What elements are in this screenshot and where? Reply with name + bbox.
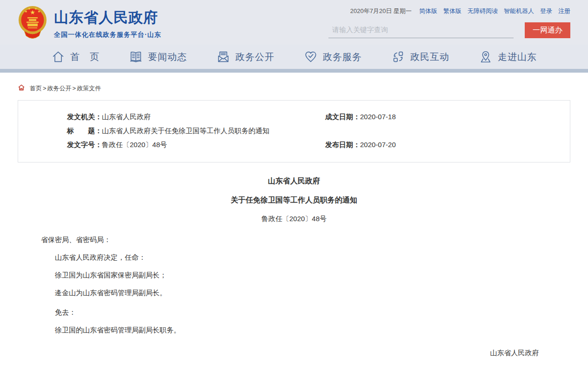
heart-icon (304, 50, 318, 64)
site-header: ★ ★ ★ ★ ★ 山东省人民政府 全国一体化在线政务服务平台·山东 2020年… (0, 0, 588, 45)
link-accessibility[interactable]: 无障碍阅读 (468, 7, 498, 15)
breadcrumb-item-policy-files[interactable]: 政策文件 (77, 84, 101, 93)
one-net-service-button[interactable]: 一网通办 (525, 22, 570, 38)
national-emblem-logo: ★ ★ ★ ★ ★ (18, 5, 47, 42)
map-pin-icon (479, 50, 493, 64)
paragraph: 免去： (41, 308, 570, 317)
breadcrumb-separator: > (73, 85, 76, 92)
nav-label: 走进山东 (498, 51, 537, 63)
main-nav: 首 页 要闻动态 政务公开 政务服务 政民互动 (0, 45, 588, 69)
svg-text:★: ★ (28, 7, 31, 10)
breadcrumb-home-icon[interactable] (18, 84, 25, 93)
link-traditional-chinese[interactable]: 繁体版 (443, 7, 461, 15)
search-bar: 一网通办 (328, 22, 570, 38)
svg-text:★: ★ (34, 7, 37, 10)
document-title-line1: 山东省人民政府 (18, 176, 570, 186)
nav-label: 政务公开 (235, 51, 274, 63)
nav-label: 政民互动 (410, 51, 449, 63)
document-number: 鲁政任〔2020〕48号 (18, 215, 570, 223)
breadcrumb: 首页 > 政务公开 > 政策文件 (18, 84, 570, 93)
document-title-line2: 关于任免徐卫国等工作人员职务的通知 (18, 196, 570, 205)
paragraph: 徐卫国的山东省密码管理局副局长职务。 (41, 326, 570, 335)
meta-written-date: 成文日期：2020-07-18 (294, 110, 570, 124)
site-subtitle: 全国一体化在线政务服务平台·山东 (54, 31, 161, 39)
nav-item-gov-disclosure[interactable]: 政务公开 (216, 50, 274, 64)
header-utilities: 2020年7月20日 星期一 简体版 繁体版 无障碍阅读 智能机器人 登录 注册… (328, 0, 570, 45)
paragraph: 逄金山为山东省密码管理局副局长。 (41, 289, 570, 297)
document-body: 山东省人民政府 关于任免徐卫国等工作人员职务的通知 鲁政任〔2020〕48号 省… (18, 176, 570, 365)
document-meta-box: 发文机关：山东省人民政府 标 题：山东省人民政府关于任免徐卫国等工作人员职务的通… (18, 100, 570, 162)
link-simplified-chinese[interactable]: 简体版 (419, 7, 437, 15)
svg-text:★: ★ (38, 10, 40, 13)
home-icon (51, 50, 65, 64)
current-date: 2020年7月20日 星期一 (350, 7, 412, 15)
meta-spacer (294, 124, 570, 138)
book-icon (129, 50, 143, 64)
exchange-icon (391, 50, 405, 64)
breadcrumb-item-home[interactable]: 首页 (30, 84, 42, 93)
nav-item-news[interactable]: 要闻动态 (129, 50, 187, 64)
search-input[interactable] (328, 22, 514, 38)
site-title: 山东省人民政府 (54, 8, 161, 27)
svg-text:★: ★ (25, 10, 27, 13)
breadcrumb-item-gov-disclosure[interactable]: 政务公开 (47, 84, 72, 93)
signature-agency: 山东省人民政府 (459, 345, 570, 361)
nav-item-home[interactable]: 首 页 (51, 50, 100, 64)
signature-block: 山东省人民政府 2020年7月18日 （此件公开发布） (459, 345, 570, 365)
meta-issuing-agency: 发文机关：山东省人民政府 (18, 110, 294, 124)
nav-label: 要闻动态 (148, 51, 187, 63)
salutation: 省保密局、省密码局： (41, 236, 570, 244)
link-register[interactable]: 注册 (558, 7, 570, 15)
paragraph: 山东省人民政府决定，任命： (41, 253, 570, 262)
nav-item-public-interaction[interactable]: 政民互动 (391, 50, 449, 64)
signature-date: 2020年7月18日 (459, 361, 570, 365)
meta-doc-number: 发文字号：鲁政任〔2020〕48号 (18, 138, 294, 152)
meta-publish-date: 发布日期：2020-07-20 (294, 138, 570, 152)
site-branding: ★ ★ ★ ★ ★ 山东省人民政府 全国一体化在线政务服务平台·山东 (18, 0, 161, 45)
nav-item-gov-services[interactable]: 政务服务 (304, 50, 362, 64)
paragraph: 徐卫国为山东省国家保密局副局长； (41, 271, 570, 280)
link-smart-robot[interactable]: 智能机器人 (504, 7, 534, 15)
meta-title: 标 题：山东省人民政府关于任免徐卫国等工作人员职务的通知 (18, 124, 294, 138)
nav-label: 首 页 (70, 51, 100, 63)
breadcrumb-separator: > (43, 85, 47, 92)
link-login[interactable]: 登录 (540, 7, 552, 15)
top-links-row: 2020年7月20日 星期一 简体版 繁体版 无障碍阅读 智能机器人 登录 注册 (328, 7, 570, 15)
nav-divider-strip (0, 69, 588, 73)
nav-label: 政务服务 (323, 51, 362, 63)
nav-item-about-shandong[interactable]: 走进山东 (479, 50, 537, 64)
envelope-doc-icon (216, 50, 230, 64)
